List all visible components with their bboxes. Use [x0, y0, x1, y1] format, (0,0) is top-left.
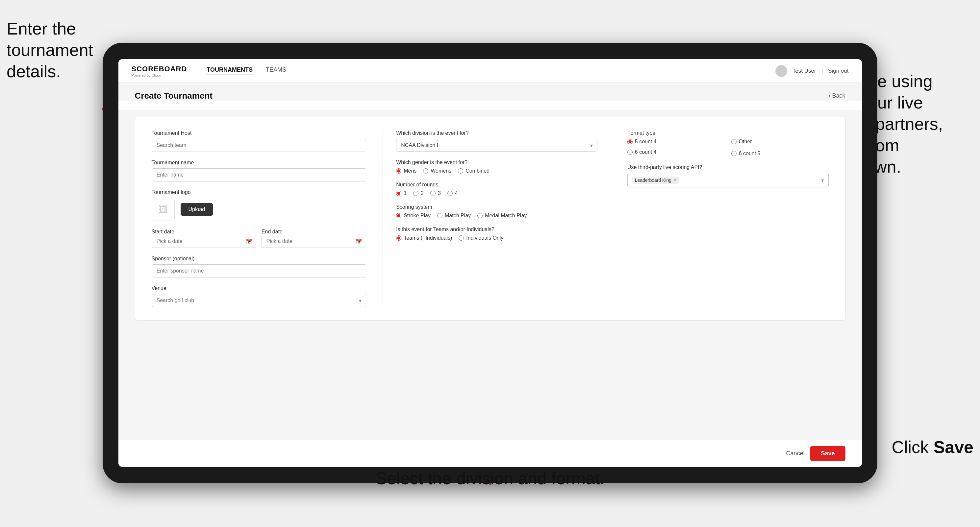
gender-womens[interactable]: Womens: [423, 168, 451, 174]
end-date-input[interactable]: [261, 235, 366, 248]
format-type-field: Format type 5 count 4 Other: [627, 130, 829, 157]
gender-combined-radio[interactable]: [458, 168, 463, 174]
gender-label: Which gender is the event for?: [396, 159, 597, 165]
nav-tournaments[interactable]: TOURNAMENTS: [207, 67, 253, 75]
round-4[interactable]: 4: [447, 190, 458, 196]
cancel-button[interactable]: Cancel: [786, 450, 804, 457]
scoring-stroke[interactable]: Stroke Play: [396, 213, 431, 219]
division-label: Which division is the event for?: [396, 130, 597, 136]
teams-radio-group: Teams (+Individuals) Individuals Only: [396, 235, 597, 241]
form-section-left: Tournament Host Tournament name Tourname…: [152, 130, 366, 307]
app-screen: SCOREBOARD Powered by Clippi TOURNAMENTS…: [118, 59, 862, 467]
nav-teams[interactable]: TEAMS: [266, 67, 286, 75]
format-other[interactable]: Other: [731, 139, 829, 144]
format-6count5[interactable]: 6 count 5: [731, 151, 829, 157]
annotation-click-save: Click Save: [891, 437, 974, 458]
tablet: SCOREBOARD Powered by Clippi TOURNAMENTS…: [103, 43, 877, 483]
scoring-match-radio[interactable]: [437, 213, 442, 218]
gender-mens-radio[interactable]: [396, 168, 401, 174]
round-4-radio[interactable]: [447, 190, 453, 196]
save-button[interactable]: Save: [810, 446, 845, 461]
end-date-wrapper: [261, 235, 366, 248]
signout-separator: |: [821, 68, 823, 74]
brand: SCOREBOARD Powered by Clippi: [132, 65, 187, 77]
end-date-group: End date: [261, 229, 366, 248]
nav-links: TOURNAMENTS TEAMS: [207, 67, 775, 75]
start-date-wrapper: [152, 235, 256, 248]
round-2-radio[interactable]: [413, 190, 418, 196]
tournament-name-label: Tournament name: [152, 160, 366, 166]
date-row: Start date End date: [152, 229, 366, 248]
format-6count5-label: 6 count 5: [739, 151, 760, 157]
venue-field: Venue: [152, 285, 366, 307]
scoring-medal-match-label: Medal Match Play: [485, 213, 527, 219]
gender-mens-label: Mens: [404, 168, 417, 174]
gender-radio-group: Mens Womens Combined: [396, 168, 597, 174]
format-5count4[interactable]: 5 count 4: [627, 139, 725, 144]
nav-right: Test User | Sign out: [775, 65, 849, 77]
scoring-stroke-radio[interactable]: [396, 213, 401, 218]
annotation-select-division: Select the division and format.: [375, 468, 605, 489]
format-6count4-radio[interactable]: [627, 149, 633, 155]
tournament-name-input[interactable]: [152, 168, 366, 181]
format-6count5-radio[interactable]: [731, 151, 737, 156]
venue-input[interactable]: [152, 294, 366, 307]
live-scoring-tag: Leaderboard King ×: [632, 176, 679, 184]
format-type-grid: 5 count 4 Other 6 count 4: [627, 139, 829, 157]
form-card: Tournament Host Tournament name Tourname…: [135, 117, 845, 321]
format-type-label: Format type: [627, 130, 829, 136]
round-4-label: 4: [455, 190, 458, 196]
round-3-radio[interactable]: [430, 190, 436, 196]
scoring-field: Scoring system Stroke Play Match Play: [396, 204, 597, 219]
scoring-stroke-label: Stroke Play: [404, 213, 431, 219]
round-2-label: 2: [421, 190, 424, 196]
round-1[interactable]: 1: [396, 190, 407, 196]
teams-teams[interactable]: Teams (+Individuals): [396, 235, 452, 241]
round-1-label: 1: [404, 190, 407, 196]
gender-combined[interactable]: Combined: [458, 168, 490, 174]
format-5count4-label: 5 count 4: [635, 139, 657, 144]
scoring-medal-match[interactable]: Medal Match Play: [477, 213, 527, 219]
sponsor-field: Sponsor (optional): [152, 256, 366, 278]
scoring-medal-match-radio[interactable]: [477, 213, 483, 218]
gender-womens-label: Womens: [431, 168, 451, 174]
round-2[interactable]: 2: [413, 190, 424, 196]
user-avatar: [775, 65, 787, 77]
teams-individuals-radio[interactable]: [458, 235, 464, 241]
teams-teams-radio[interactable]: [396, 235, 401, 241]
teams-teams-label: Teams (+Individuals): [404, 235, 452, 241]
brand-title: SCOREBOARD: [132, 65, 187, 73]
start-date-input[interactable]: [152, 235, 256, 248]
gender-mens[interactable]: Mens: [396, 168, 417, 174]
live-scoring-field: Use third-party live scoring API? Leader…: [627, 164, 829, 187]
round-3[interactable]: 3: [430, 190, 441, 196]
sponsor-input[interactable]: [152, 264, 366, 278]
tournament-host-field: Tournament Host: [152, 130, 366, 152]
division-select[interactable]: NCAA Division INCAA Division IINCAA Divi…: [396, 139, 597, 152]
gender-womens-radio[interactable]: [423, 168, 428, 174]
live-scoring-input[interactable]: Leaderboard King × ▾: [627, 173, 829, 187]
tournament-host-label: Tournament Host: [152, 130, 366, 136]
round-1-radio[interactable]: [396, 190, 401, 196]
format-6count4[interactable]: 6 count 4: [627, 148, 725, 157]
signout-link[interactable]: Sign out: [828, 68, 848, 74]
division-field: Which division is the event for? NCAA Di…: [396, 130, 597, 152]
format-5count4-radio[interactable]: [627, 139, 633, 144]
back-link[interactable]: ‹ Back: [828, 92, 845, 99]
form-grid: Tournament Host Tournament name Tourname…: [152, 130, 829, 307]
upload-button[interactable]: Upload: [181, 203, 213, 216]
live-scoring-remove[interactable]: ×: [673, 178, 676, 183]
live-scoring-value: Leaderboard King: [635, 178, 671, 183]
form-section-right: Format type 5 count 4 Other: [614, 130, 829, 307]
round-3-label: 3: [438, 190, 441, 196]
form-footer: Cancel Save: [118, 440, 862, 467]
tournament-host-input[interactable]: [152, 139, 366, 152]
scoring-match[interactable]: Match Play: [437, 213, 471, 219]
gender-combined-label: Combined: [466, 168, 490, 174]
end-date-label: End date: [261, 229, 283, 234]
logo-preview: 🖼: [152, 198, 175, 221]
teams-individuals[interactable]: Individuals Only: [458, 235, 503, 241]
format-other-radio[interactable]: [731, 139, 737, 144]
page-content: Tournament Host Tournament name Tourname…: [118, 110, 862, 440]
start-date-group: Start date: [152, 229, 256, 248]
